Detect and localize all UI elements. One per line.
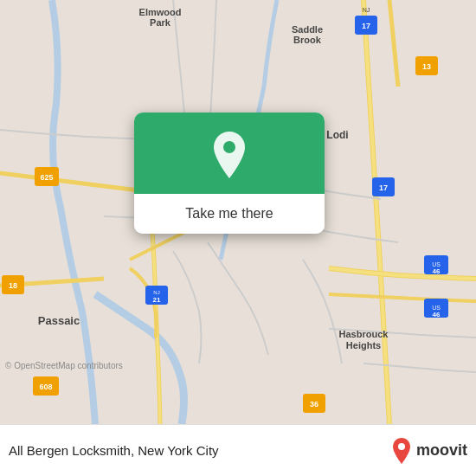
svg-text:Passaic: Passaic	[38, 314, 80, 327]
location-pin-icon	[209, 132, 249, 178]
svg-text:21: 21	[153, 296, 161, 304]
svg-text:Saddle: Saddle	[292, 24, 323, 35]
svg-point-35	[398, 443, 405, 450]
svg-text:Hasbrouck: Hasbrouck	[339, 329, 389, 339]
svg-text:NJ: NJ	[153, 290, 159, 295]
svg-text:36: 36	[310, 400, 318, 408]
map-container: 17 NJ 13 17 US 46 US 46 625 NJ 21 18 608…	[0, 0, 476, 424]
moovit-logo: moovit	[390, 438, 467, 464]
popup-green-area	[134, 113, 325, 194]
svg-text:Elmwood: Elmwood	[139, 7, 182, 17]
svg-text:46: 46	[433, 267, 441, 275]
take-me-there-button[interactable]: Take me there	[134, 194, 325, 234]
svg-text:608: 608	[39, 383, 52, 391]
svg-text:NJ: NJ	[363, 7, 370, 13]
svg-text:Heights: Heights	[346, 340, 381, 351]
moovit-brand-text: moovit	[416, 441, 467, 460]
bottom-bar: All Bergen Locksmith, New York City moov…	[0, 424, 476, 476]
svg-text:Park: Park	[150, 17, 171, 28]
svg-text:13: 13	[422, 62, 431, 71]
svg-point-34	[223, 141, 235, 153]
svg-text:18: 18	[9, 281, 17, 290]
svg-text:625: 625	[40, 173, 53, 182]
svg-text:Lodi: Lodi	[326, 129, 348, 141]
map-attribution: © OpenStreetMap contributors	[5, 361, 123, 370]
location-title: All Bergen Locksmith, New York City	[9, 443, 390, 458]
svg-text:17: 17	[362, 22, 370, 30]
moovit-pin-icon	[390, 438, 413, 464]
svg-text:US: US	[432, 305, 441, 311]
svg-text:Brook: Brook	[293, 35, 322, 45]
popup-card: Take me there	[134, 113, 325, 234]
svg-text:US: US	[432, 261, 441, 267]
svg-text:46: 46	[433, 311, 441, 318]
svg-text:17: 17	[379, 183, 388, 192]
